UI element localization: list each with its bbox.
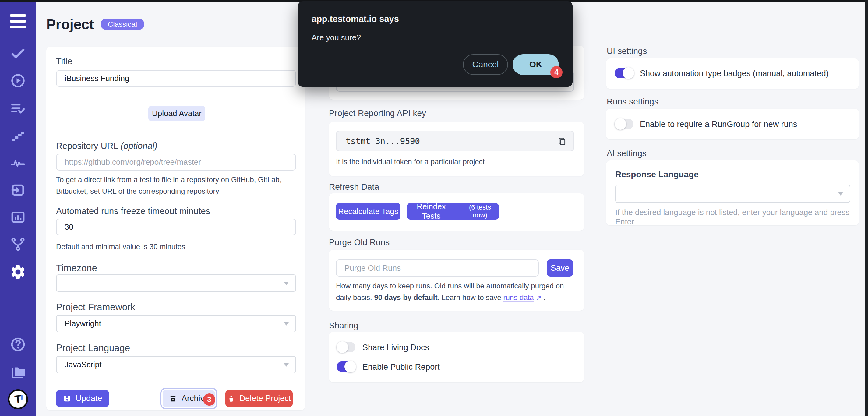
api-key-field: tstmt_3n...9590	[336, 131, 574, 151]
runs-settings-card: Enable to require a RunGroup for new run…	[606, 109, 859, 139]
runs-data-link[interactable]: runs data	[503, 293, 534, 302]
refresh-data-label: Refresh Data	[329, 182, 379, 192]
save-icon	[63, 394, 71, 403]
milestones-stairs-icon[interactable]	[0, 126, 36, 145]
timezone-label: Timezone	[56, 263, 97, 274]
avatar-accent	[21, 395, 23, 400]
chevron-down-icon	[284, 282, 289, 285]
ai-settings-label: AI settings	[607, 149, 647, 158]
settings-gear-icon[interactable]	[0, 263, 36, 281]
analytics-pulse-icon[interactable]	[0, 154, 36, 172]
runs-play-icon[interactable]	[0, 71, 36, 90]
help-question-icon[interactable]	[0, 335, 36, 354]
recalculate-tags-button[interactable]: Recalculate Tags	[336, 203, 401, 220]
update-label: Update	[75, 394, 102, 403]
scrollbar-track[interactable]	[865, 0, 868, 416]
purge-old-runs-input[interactable]	[336, 259, 539, 277]
timezone-select[interactable]	[56, 275, 296, 292]
toggle-knob	[344, 361, 356, 373]
response-language-select[interactable]	[615, 185, 850, 203]
tests-check-icon[interactable]	[0, 44, 36, 63]
chevron-down-icon	[284, 363, 289, 367]
project-mode-badge: Classical	[100, 19, 144, 30]
reindex-tests-button[interactable]: Reindex Tests (6 tests now)	[407, 203, 499, 220]
ok-step-badge: 4	[550, 66, 562, 78]
update-button[interactable]: Update	[56, 390, 109, 407]
freeze-timeout-input[interactable]	[56, 219, 296, 235]
projects-folders-icon[interactable]	[0, 362, 36, 381]
cancel-button[interactable]: Cancel	[463, 54, 508, 75]
toggle-knob	[615, 118, 626, 130]
language-value: JavaScript	[65, 360, 101, 370]
purge-help: How many days to keep runs. Old runs wil…	[336, 280, 567, 303]
dialog-title: app.testomat.io says	[312, 14, 399, 24]
framework-value: Playwright	[65, 319, 101, 328]
chevron-down-icon	[838, 192, 843, 195]
freeze-timeout-help: Default and minimal value is 30 minutes	[56, 241, 300, 252]
reindex-tests-label: Reindex Tests	[407, 202, 456, 221]
recalculate-tags-label: Recalculate Tags	[338, 207, 398, 216]
enable-public-report-toggle[interactable]	[337, 361, 355, 372]
reporting-api-key-card: tstmt_3n...9590 It is the individual tok…	[329, 122, 584, 176]
repository-url-label: Repository URL (optional)	[56, 141, 157, 151]
archive-icon	[169, 394, 177, 403]
automation-badges-label: Show automation type badges (manual, aut…	[640, 69, 829, 78]
rungroup-required-toggle[interactable]	[615, 119, 633, 129]
share-living-docs-toggle[interactable]	[337, 342, 355, 352]
purge-old-runs-card: Save How many days to keep runs. Old run…	[329, 250, 584, 311]
user-avatar[interactable]: T	[8, 389, 28, 409]
chevron-down-icon	[284, 322, 289, 325]
repository-url-input[interactable]	[56, 154, 296, 170]
browser-confirm-dialog: app.testomat.io says Are you sure? Cance…	[298, 1, 572, 87]
framework-select[interactable]: Playwright	[56, 315, 296, 332]
reindex-tests-count: (6 tests now)	[461, 203, 499, 219]
enable-public-report-label: Enable Public Report	[363, 362, 440, 372]
project-form-card: Title Upload Avatar Repository URL (opti…	[46, 46, 305, 410]
dialog-message: Are you sure?	[312, 33, 361, 42]
branches-git-icon[interactable]	[0, 235, 36, 253]
archive-step-badge: 3	[203, 393, 215, 406]
reports-bar-chart-icon[interactable]	[0, 208, 36, 226]
response-language-help: If the desired language is not listed, e…	[615, 208, 853, 227]
optional-hint: (optional)	[121, 141, 157, 151]
ui-settings-card: Show automation type badges (manual, aut…	[606, 59, 859, 89]
toggle-knob	[622, 67, 634, 79]
repository-url-help: To get a direct link from a test to file…	[56, 174, 300, 197]
delete-project-button[interactable]: Delete Project	[225, 390, 293, 407]
toggle-knob	[337, 341, 348, 353]
title-input[interactable]	[56, 70, 296, 87]
ai-settings-card: Response Language If the desired languag…	[606, 160, 859, 225]
copy-icon[interactable]	[553, 133, 570, 150]
page-title: Project	[46, 16, 94, 33]
upload-avatar-button[interactable]: Upload Avatar	[148, 106, 205, 121]
rungroup-required-label: Enable to require a RunGroup for new run…	[640, 120, 797, 129]
title-label: Title	[56, 56, 72, 66]
framework-label: Project Framework	[56, 302, 135, 313]
reporting-api-key-label: Project Reporting API key	[329, 108, 426, 118]
delete-project-label: Delete Project	[239, 394, 291, 403]
response-language-label: Response Language	[615, 170, 699, 180]
ui-settings-label: UI settings	[607, 46, 647, 56]
purge-old-runs-label: Purge Old Runs	[329, 237, 390, 247]
cancel-label: Cancel	[472, 60, 499, 69]
import-sign-in-icon[interactable]	[0, 181, 36, 199]
freeze-timeout-label: Automated runs freeze timeout minutes	[56, 206, 210, 216]
upload-avatar-label: Upload Avatar	[152, 109, 202, 118]
test-plans-list-check-icon[interactable]	[0, 99, 36, 118]
ok-label: OK	[529, 60, 542, 69]
refresh-data-card: Recalculate Tags Reindex Tests (6 tests …	[329, 193, 584, 230]
automation-badges-toggle[interactable]	[615, 68, 633, 78]
sharing-label: Sharing	[329, 321, 359, 330]
sharing-card: Share Living Docs Enable Public Report	[329, 332, 584, 382]
api-key-value: tstmt_3n...9590	[346, 136, 420, 146]
purge-save-label: Save	[551, 263, 569, 273]
menu-icon[interactable]	[0, 12, 36, 30]
language-label: Project Language	[56, 343, 130, 354]
purge-save-button[interactable]: Save	[547, 259, 573, 277]
sidebar: T	[0, 0, 36, 416]
trash-icon	[227, 395, 235, 403]
app-root: T Project Classical Title Upload Avatar …	[0, 0, 868, 416]
share-living-docs-label: Share Living Docs	[363, 343, 429, 352]
runs-settings-label: Runs settings	[607, 97, 658, 106]
language-select[interactable]: JavaScript	[56, 356, 296, 373]
